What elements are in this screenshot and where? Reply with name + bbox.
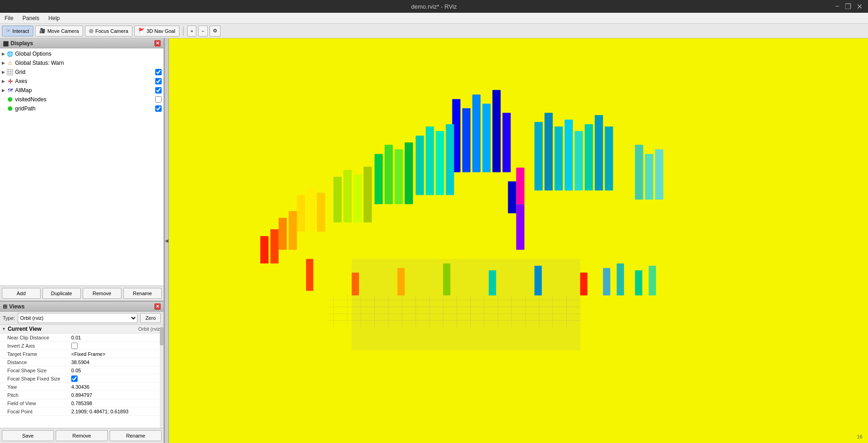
rename-display-button[interactable]: Rename	[123, 288, 162, 299]
3d-viewport[interactable]: 16	[169, 38, 868, 443]
svg-rect-5	[492, 90, 500, 172]
prop-target-frame: Target Frame <Fixed Frame>	[0, 350, 163, 358]
minus-icon: −	[201, 28, 204, 34]
expand-arrow: ▶	[0, 52, 6, 56]
views-zero-button[interactable]: Zero	[140, 313, 161, 323]
visited-nodes-checkbox[interactable]	[155, 96, 162, 103]
remove-display-button[interactable]: Remove	[83, 288, 121, 299]
prop-focal-shape-fixed-checkbox[interactable]	[71, 375, 78, 382]
tree-item-allmap[interactable]: ▶ 🗺 AllMap	[0, 86, 163, 95]
svg-rect-34	[635, 145, 643, 199]
prop-target-frame-name: Target Frame	[7, 351, 71, 357]
add-button[interactable]: +	[187, 26, 196, 36]
interact-button[interactable]: ☞ Interact	[2, 26, 33, 36]
svg-rect-14	[405, 142, 413, 204]
svg-rect-10	[446, 124, 454, 195]
dot-green-icon	[6, 96, 14, 103]
displays-title: Displays	[11, 40, 33, 47]
svg-rect-21	[317, 193, 325, 231]
svg-rect-49	[635, 271, 642, 296]
svg-rect-37	[516, 167, 524, 204]
svg-rect-29	[565, 120, 573, 190]
expand-arrow-status: ▶	[0, 61, 6, 65]
prop-fov: Field of View 0.785398	[0, 399, 163, 407]
save-view-button[interactable]: Save	[2, 430, 54, 441]
menu-file[interactable]: File	[0, 13, 18, 24]
prop-invert-z-checkbox[interactable]	[71, 343, 78, 349]
prop-focal-point-value: 2.1909; 0.48471; 0.61893	[71, 409, 162, 414]
prop-focal-shape-size-name: Focal Shape Size	[7, 368, 71, 373]
views-type-select[interactable]: Orbit (rviz)	[18, 313, 137, 323]
rename-view-button[interactable]: Rename	[110, 430, 162, 441]
displays-section: ▦ Displays ✕ ▶ 🌐 Global Options ▶ ⚠ Glob…	[0, 38, 163, 302]
nav-goal-button[interactable]: 🚩 3D Nav Goal	[134, 26, 179, 36]
svg-rect-45	[535, 266, 542, 296]
svg-rect-19	[297, 195, 305, 231]
remove-view-button[interactable]: Remove	[56, 430, 108, 441]
window-controls[interactable]: − ❐ ✕	[833, 2, 864, 11]
nav-goal-label: 3D Nav Goal	[147, 28, 175, 34]
duplicate-display-button[interactable]: Duplicate	[42, 288, 81, 299]
minimize-button[interactable]: −	[833, 2, 841, 11]
add-display-button[interactable]: Add	[2, 288, 41, 299]
svg-rect-18	[363, 167, 372, 222]
current-view-arrow: ▼	[2, 327, 6, 331]
menu-help[interactable]: Help	[44, 13, 64, 24]
restore-button[interactable]: ❐	[843, 2, 853, 11]
svg-rect-2	[462, 108, 470, 172]
tree-item-global-options[interactable]: ▶ 🌐 Global Options	[0, 49, 163, 58]
fps-counter: 16	[857, 434, 863, 439]
toolbar-separator	[183, 26, 184, 36]
axes-checkbox[interactable]	[155, 78, 162, 84]
titlebar: demo.rviz* - RViz − ❐ ✕	[0, 0, 868, 13]
current-view-header[interactable]: ▼ Current View Orbit (rviz)	[0, 325, 163, 334]
tree-item-axes[interactable]: ▶ ✛ Axes	[0, 77, 163, 86]
settings-button[interactable]: ⚙	[210, 26, 221, 36]
prop-near-clip-value: 0.01	[71, 335, 162, 340]
tree-item-grid-path[interactable]: gridPath	[0, 104, 163, 113]
prop-distance-value: 38.5904	[71, 360, 162, 365]
views-title: Views	[9, 303, 25, 310]
prop-invert-z-name: Invert Z Axis	[7, 343, 71, 349]
svg-rect-40	[306, 259, 313, 291]
allmap-checkbox[interactable]	[155, 87, 162, 94]
allmap-label: AllMap	[15, 87, 153, 94]
interact-label: Interact	[12, 28, 29, 34]
collapse-arrow: ◀	[165, 238, 168, 243]
tree-item-visited-nodes[interactable]: visitedNodes	[0, 95, 163, 104]
svg-rect-28	[555, 126, 563, 190]
svg-rect-7	[416, 136, 424, 195]
displays-tree: ▶ 🌐 Global Options ▶ ⚠ Global Status: Wa…	[0, 48, 163, 286]
svg-rect-17	[353, 174, 362, 222]
svg-rect-41	[352, 273, 359, 296]
minus-button[interactable]: −	[198, 26, 207, 36]
global-options-label: Global Options	[15, 51, 162, 57]
menu-panels[interactable]: Panels	[18, 13, 44, 24]
focus-camera-button[interactable]: ◎ Focus Camera	[85, 26, 132, 36]
prop-invert-z: Invert Z Axis	[0, 342, 163, 350]
views-scrollbar[interactable]	[160, 325, 163, 428]
views-close-button[interactable]: ✕	[154, 303, 161, 310]
close-button[interactable]: ✕	[855, 2, 864, 11]
views-buttons: Save Remove Rename	[0, 428, 163, 443]
move-camera-button[interactable]: 🎥 Move Camera	[35, 26, 83, 36]
svg-rect-12	[384, 145, 393, 204]
prop-focal-shape-size-value: 0.05	[71, 368, 162, 373]
prop-near-clip-name: Near Clip Distance	[7, 335, 71, 340]
views-scroll-thumb[interactable]	[160, 327, 163, 345]
tree-item-grid[interactable]: ▶ Grid	[0, 68, 163, 77]
svg-rect-4	[482, 104, 490, 172]
grid-checkbox[interactable]	[155, 69, 162, 75]
grid-path-checkbox[interactable]	[155, 105, 162, 112]
global-status-label: Global Status: Warn	[15, 60, 162, 66]
panel-collapse-handle[interactable]: ◀	[164, 38, 169, 443]
svg-rect-39	[508, 181, 516, 213]
svg-rect-23	[289, 211, 297, 250]
svg-rect-31	[585, 124, 593, 190]
tree-item-global-status[interactable]: ▶ ⚠ Global Status: Warn	[0, 58, 163, 68]
views-type-label: Type:	[3, 315, 15, 321]
toolbar: ☞ Interact 🎥 Move Camera ◎ Focus Camera …	[0, 24, 868, 38]
svg-rect-38	[516, 204, 524, 250]
displays-close-button[interactable]: ✕	[154, 40, 161, 47]
viewport-svg	[169, 38, 868, 443]
